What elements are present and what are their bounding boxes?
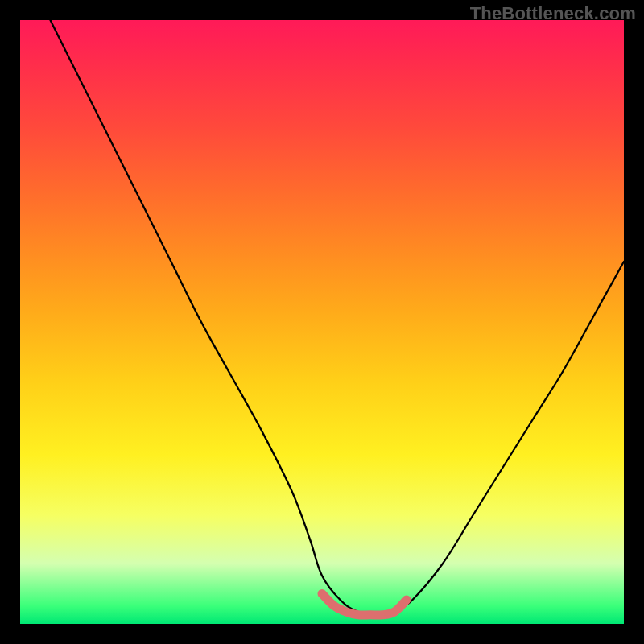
watermark-text: TheBottleneck.com [470,3,636,24]
sweet-spot-path [322,594,407,616]
plot-area [20,20,624,624]
bottleneck-curve-path [51,20,625,615]
chart-frame: TheBottleneck.com [0,0,644,644]
chart-svg [20,20,624,624]
